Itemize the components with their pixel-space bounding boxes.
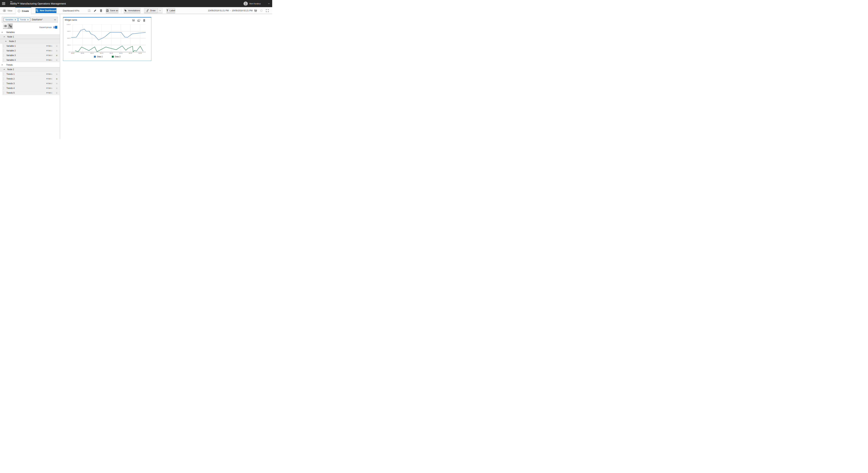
tree-node-node-2[interactable]: Node 2	[0, 67, 60, 71]
tree-node-label: Node 2	[7, 68, 14, 71]
tab-view[interactable]: View	[0, 7, 15, 14]
toolbar-divider	[121, 8, 121, 13]
tree-item-trends-5[interactable]: Trends 5RTDB 1★	[2, 91, 59, 95]
tree-item-trends-4[interactable]: Trends 4RTDB 1★	[2, 86, 59, 90]
filter-chip-trends[interactable]: Trends ×	[19, 18, 30, 22]
menu-icon[interactable]	[2, 2, 5, 5]
source-badge: RTDB 1	[46, 50, 52, 52]
tree-node-node-1[interactable]: Node 1	[0, 35, 60, 39]
drag-handle-icon[interactable]	[3, 50, 4, 52]
legend-item-data-2[interactable]: Data 2	[112, 56, 121, 58]
tree-item-label: Trends 2	[6, 77, 14, 80]
drag-handle-icon[interactable]	[3, 73, 4, 75]
favorite-star-icon[interactable]: ★	[56, 45, 58, 47]
svg-text:08:10: 08:10	[90, 53, 94, 54]
drag-handle-icon[interactable]	[3, 59, 4, 61]
chart-widget[interactable]: Widget name	[63, 17, 151, 61]
annotations-button[interactable]: Annotations	[124, 8, 141, 13]
chip-remove-icon[interactable]: ×	[27, 19, 29, 21]
filter-chip-variables[interactable]: Variables ×	[4, 18, 18, 22]
widget-settings-button[interactable]	[132, 19, 135, 22]
collapse-icon[interactable]	[5, 41, 7, 42]
date-range-picker[interactable]: 13/05/2018 01:21 PM - 15/05/2018 02:21 P…	[208, 7, 253, 14]
data-filter-field[interactable]: Variables × Trends × DataName*	[2, 17, 58, 23]
person-icon	[244, 2, 248, 6]
label-T-icon: T	[166, 9, 168, 12]
svg-text:600.0: 600.0	[67, 37, 70, 39]
chevron-down-icon[interactable]	[54, 19, 56, 20]
favorite-star-icon[interactable]: ★	[56, 59, 58, 61]
legend-swatch-green	[112, 56, 114, 58]
favorite-star-icon[interactable]: ★	[56, 54, 58, 57]
drag-handle-icon[interactable]	[3, 92, 4, 94]
draw-button[interactable]: Draw	[144, 8, 158, 13]
favorite-star-icon[interactable]: ★	[56, 87, 58, 89]
save-as-button[interactable]: Save as	[106, 8, 118, 13]
tree-item-trends-2[interactable]: Trends 2RTDB 1★	[2, 76, 59, 81]
source-badge: RTDB 1	[46, 73, 52, 75]
fullscreen-button[interactable]	[265, 7, 269, 14]
tree-item-variable-2[interactable]: Variable 2RTDB 1★	[2, 49, 59, 53]
app-title: Ability™ Manufacturing Operations Manage…	[10, 2, 66, 5]
tree-item-variable-1[interactable]: Variable 1RTDB 1★	[2, 44, 59, 48]
favorite-star-icon[interactable]: ★	[56, 77, 58, 80]
trash-icon	[100, 9, 102, 12]
dashboard-canvas[interactable]: Widget name	[60, 14, 272, 139]
widget-duplicate-button[interactable]	[137, 19, 140, 22]
refresh-icon	[260, 9, 262, 12]
draw-dropdown-button[interactable]	[158, 8, 162, 13]
list-view-button[interactable]	[3, 24, 8, 28]
collapse-icon[interactable]	[1, 32, 3, 33]
tree-node-label: Node 1	[7, 36, 14, 38]
favorite-star-icon[interactable]: ★	[56, 50, 58, 52]
favorite-star-icon[interactable]: ★	[56, 92, 58, 94]
tree-group-label: Trends	[6, 64, 13, 66]
new-dashboard-button[interactable]: New Dashboard	[36, 8, 56, 13]
drag-handle-icon[interactable]	[3, 54, 4, 57]
edit-button[interactable]	[93, 7, 97, 14]
tree-item-label: Variable 1	[6, 45, 16, 47]
save-button[interactable]	[87, 7, 91, 14]
tab-create[interactable]: Create	[15, 7, 31, 14]
tree-item-variable-4[interactable]: Variable 4RTDB 1★	[2, 58, 59, 62]
collapse-icon[interactable]	[3, 69, 5, 70]
tree-item-variable-3[interactable]: Variable 3RTDB 2★	[2, 53, 59, 58]
list-icon	[4, 25, 7, 27]
tree-item-trends-1[interactable]: Trends 1RTDB 1★	[2, 72, 59, 76]
svg-text:1200.0: 1200.0	[66, 24, 70, 25]
time-settings-button[interactable]	[254, 7, 257, 14]
tree-group-trends[interactable]: Trends	[0, 62, 60, 67]
tree-item-trends-3[interactable]: Trends 3RTDB 2★	[2, 81, 59, 86]
delete-button[interactable]	[99, 7, 103, 14]
tree-node-node-2[interactable]: Node 2	[0, 39, 60, 43]
widget-actions	[132, 19, 145, 22]
source-badge: RTDB 1	[46, 59, 52, 61]
drag-handle-icon[interactable]	[3, 82, 4, 85]
drag-handle-icon[interactable]	[3, 77, 4, 80]
refresh-button[interactable]	[259, 7, 263, 14]
chevron-down-icon	[159, 10, 161, 11]
tree-item-label: Trends 4	[6, 87, 14, 89]
chart-legend: Data 1 Data 2	[63, 56, 151, 58]
tree-group-variables[interactable]: Variables	[0, 30, 60, 35]
toolbar: View Create	[0, 7, 272, 14]
drag-handle-icon[interactable]	[3, 87, 4, 89]
tree-view-button[interactable]	[8, 24, 13, 28]
duplicate-icon	[137, 19, 140, 22]
app-header: Ability™ Manufacturing Operations Manage…	[0, 0, 272, 7]
label-button[interactable]: T Label	[166, 8, 175, 13]
expand-groups-toggle[interactable]	[53, 26, 57, 28]
label-label: Label	[169, 9, 175, 12]
user-menu[interactable]: Mert Karakus	[244, 0, 270, 7]
drag-handle-icon[interactable]	[3, 45, 4, 47]
avatar	[244, 2, 248, 6]
widget-delete-button[interactable]	[143, 19, 145, 22]
collapse-icon[interactable]	[1, 64, 3, 65]
source-badge: RTDB 1	[46, 92, 52, 94]
tree-item-label: Trends 1	[6, 73, 14, 75]
collapse-icon[interactable]	[3, 36, 5, 37]
favorite-star-icon[interactable]: ★	[56, 73, 58, 75]
chip-remove-icon[interactable]: ×	[14, 19, 16, 21]
legend-item-data-1[interactable]: Data 1	[94, 56, 102, 58]
favorite-star-icon[interactable]: ★	[56, 82, 58, 85]
